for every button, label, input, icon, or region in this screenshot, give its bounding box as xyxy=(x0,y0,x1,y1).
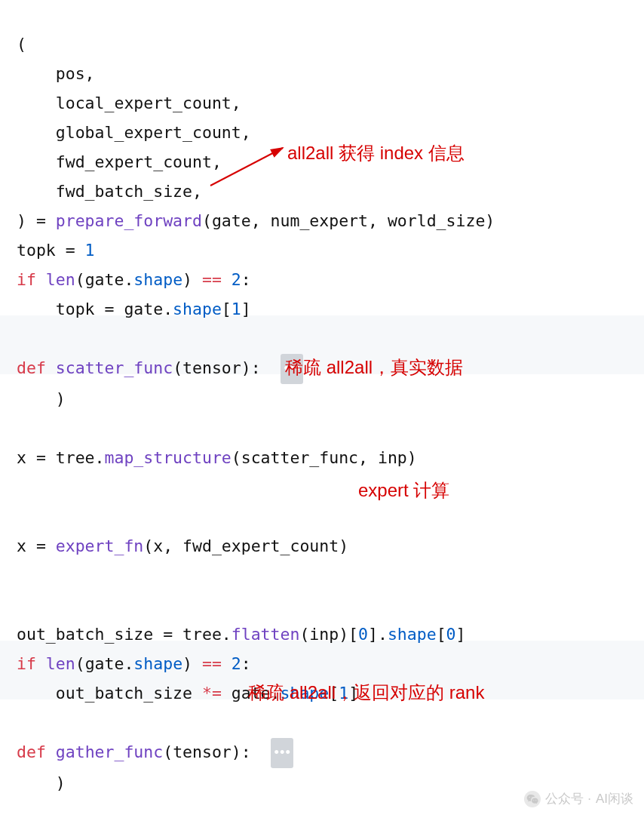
code-text: ) xyxy=(182,270,202,289)
code-text: x = xyxy=(17,537,56,555)
annotation-expert-compute: expert 计算 xyxy=(358,475,449,505)
code-number: 2 xyxy=(232,654,241,673)
code-line: ( xyxy=(17,35,26,54)
code-fn: flatten xyxy=(232,625,300,644)
blank-line xyxy=(17,507,26,526)
code-number: 1 xyxy=(232,300,241,318)
code-line: fwd_expert_count, xyxy=(17,152,222,171)
code-keyword: if xyxy=(17,270,36,289)
code-fn: gather_func xyxy=(56,743,163,761)
code-text xyxy=(222,270,232,289)
code-fn: map_structure xyxy=(105,448,232,467)
code-prop: shape xyxy=(388,625,437,644)
code-line: ) xyxy=(17,773,66,792)
code-fn: len xyxy=(46,270,75,289)
code-text: : xyxy=(241,654,251,673)
code-text: out_batch_size xyxy=(17,684,202,703)
code-text: : xyxy=(241,270,251,289)
code-text: (scatter_func, inp) xyxy=(232,448,417,467)
code-text: out_batch_size = tree. xyxy=(17,625,232,644)
code-fn: len xyxy=(46,654,75,673)
code-line: x = expert_fn(x, fwd_expert_count) xyxy=(17,537,348,555)
code-line: if len(gate.shape) == 2: xyxy=(17,270,251,289)
fold-icon[interactable]: ••• xyxy=(271,738,293,768)
code-text xyxy=(222,654,232,673)
blank-line xyxy=(17,329,26,348)
code-text xyxy=(36,270,46,289)
code-text: (gate. xyxy=(75,654,134,673)
annotation-all2all-index: all2all 获得 index 信息 xyxy=(287,138,465,168)
blank-line xyxy=(17,419,26,438)
code-text: [ xyxy=(222,300,232,318)
code-text: [ xyxy=(437,625,446,644)
annotation-sparse-all2all-data: 稀疏 all2all，真实数据 xyxy=(285,352,463,382)
code-line: topk = 1 xyxy=(17,241,95,260)
code-line: def gather_func(tensor): ••• xyxy=(17,743,293,761)
code-text: (tensor): xyxy=(173,358,280,377)
code-prop: shape xyxy=(133,654,182,673)
blank-line xyxy=(17,478,26,497)
code-line: pos, xyxy=(17,64,95,83)
code-op: == xyxy=(202,654,222,673)
code-text: ) xyxy=(182,654,202,673)
code-number: 0 xyxy=(446,625,456,644)
code-line: out_batch_size = tree.flatten(inp)[0].sh… xyxy=(17,625,466,644)
blank-line xyxy=(17,566,26,585)
code-line: fwd_batch_size, xyxy=(17,182,202,201)
code-text: topk = xyxy=(17,241,85,260)
code-fn: scatter_func xyxy=(56,358,173,377)
code-keyword: def xyxy=(17,743,46,761)
code-line: topk = gate.shape[1] xyxy=(17,300,251,318)
code-number: 0 xyxy=(358,625,368,644)
code-op: *= xyxy=(202,684,222,703)
code-text: ] xyxy=(456,625,466,644)
code-line: def scatter_func(tensor): ••• xyxy=(17,358,303,377)
code-number: 1 xyxy=(85,241,95,260)
code-prop: shape xyxy=(173,300,222,318)
watermark-name: AI闲谈 xyxy=(596,784,633,813)
code-op: == xyxy=(202,270,222,289)
code-text: (x, fwd_expert_count) xyxy=(143,537,348,555)
code-text: (tensor): xyxy=(163,743,270,761)
code-line: ) xyxy=(17,389,66,408)
code-line: if len(gate.shape) == 2: xyxy=(17,654,251,673)
code-line: global_expert_count, xyxy=(17,123,251,142)
code-text: (inp)[ xyxy=(299,625,358,644)
watermark: 公众号 · AI闲谈 xyxy=(524,784,633,813)
code-text: (gate, num_expert, world_size) xyxy=(202,211,495,230)
watermark-prefix: 公众号 · xyxy=(545,784,590,813)
code-line: x = tree.map_structure(scatter_func, inp… xyxy=(17,448,417,467)
annotation-sparse-all2all-rank: 稀疏 all2all，返回对应的 rank xyxy=(248,678,484,707)
code-text: ]. xyxy=(368,625,388,644)
code-text: x = tree. xyxy=(17,448,105,467)
code-keyword: if xyxy=(17,654,36,673)
code-text xyxy=(46,358,56,377)
code-text: ] xyxy=(241,300,251,318)
code-prop: shape xyxy=(133,270,182,289)
wechat-icon xyxy=(524,791,541,807)
code-keyword: def xyxy=(17,358,46,377)
code-text xyxy=(46,743,56,761)
blank-line xyxy=(17,713,26,732)
code-text: ) = xyxy=(17,211,56,230)
code-line: ) = prepare_forward(gate, num_expert, wo… xyxy=(17,211,495,230)
code-line: local_expert_count, xyxy=(17,94,241,112)
code-text xyxy=(36,654,46,673)
code-fn: expert_fn xyxy=(56,537,144,555)
code-text: topk = gate. xyxy=(17,300,173,318)
code-fn: prepare_forward xyxy=(56,211,202,230)
blank-line xyxy=(17,595,26,614)
blank-line xyxy=(17,803,26,822)
code-number: 2 xyxy=(232,270,241,289)
code-text: (gate. xyxy=(75,270,134,289)
